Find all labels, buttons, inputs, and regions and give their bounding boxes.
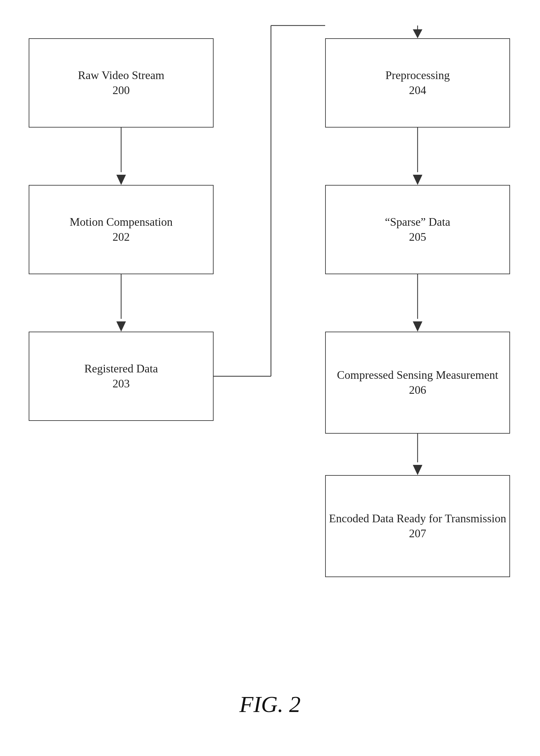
- box-motion-compensation: Motion Compensation 202: [29, 185, 213, 274]
- svg-marker-10: [413, 175, 422, 185]
- box-206-number: 206: [409, 382, 426, 397]
- box-204-label: Preprocessing: [385, 68, 450, 83]
- box-200-number: 200: [112, 83, 130, 98]
- box-204-number: 204: [409, 83, 426, 98]
- box-compressed-sensing: Compressed Sensing Measurement 206: [325, 332, 510, 434]
- box-203-number: 203: [112, 376, 130, 391]
- box-raw-video-stream: Raw Video Stream 200: [29, 38, 213, 127]
- svg-marker-3: [116, 321, 126, 332]
- svg-marker-12: [413, 321, 422, 332]
- box-207-number: 207: [409, 526, 426, 541]
- box-preprocessing: Preprocessing 204: [325, 38, 510, 127]
- box-205-label: “Sparse” Data: [385, 215, 451, 229]
- svg-marker-8: [413, 29, 422, 38]
- svg-marker-14: [413, 465, 422, 475]
- figure-label: FIG. 2: [239, 691, 301, 718]
- box-202-number: 202: [112, 229, 130, 244]
- svg-marker-1: [116, 175, 126, 185]
- diagram-container: Raw Video Stream 200 Motion Compensation…: [0, 0, 540, 756]
- box-203-label: Registered Data: [84, 361, 158, 376]
- box-sparse-data: “Sparse” Data 205: [325, 185, 510, 274]
- box-207-label: Encoded Data Ready for Transmission: [329, 511, 506, 526]
- box-202-label: Motion Compensation: [70, 215, 173, 229]
- box-200-label: Raw Video Stream: [78, 68, 164, 83]
- box-205-number: 205: [409, 229, 426, 244]
- box-registered-data: Registered Data 203: [29, 332, 213, 421]
- box-206-label: Compressed Sensing Measurement: [337, 368, 498, 382]
- box-encoded-data: Encoded Data Ready for Transmission 207: [325, 475, 510, 577]
